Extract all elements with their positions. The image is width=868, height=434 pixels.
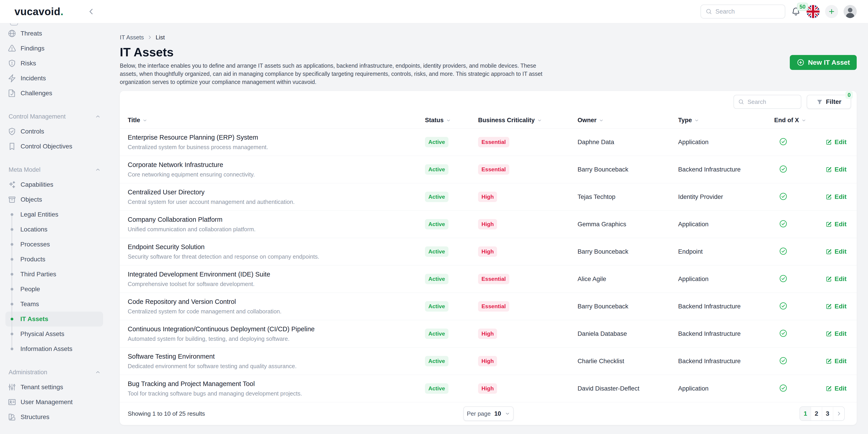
type-cell: Identity Provider	[678, 193, 774, 201]
chevron-down-icon	[694, 118, 699, 123]
criticality-cell: Essential	[478, 164, 578, 175]
chevron-down-icon	[537, 118, 542, 123]
edit-button[interactable]: Edit	[820, 139, 846, 146]
doc-check-icon	[7, 89, 17, 98]
breadcrumb: IT Assets List	[120, 33, 857, 41]
status-badge: Active	[425, 164, 448, 175]
edit-label: Edit	[835, 221, 846, 228]
next-page-button[interactable]	[833, 407, 844, 421]
nav-section-label: Meta Model	[8, 166, 40, 173]
column-header-type[interactable]: Type	[678, 117, 699, 124]
sidebar-item-findings[interactable]: Findings	[5, 41, 103, 56]
edit-button[interactable]: Edit	[820, 303, 846, 310]
column-label: End of X	[774, 117, 799, 124]
sidebar-collapse-icon[interactable]	[87, 7, 96, 16]
asset-subtitle: Unified communication and collaboration …	[128, 226, 425, 233]
filter-button[interactable]: Filter 0	[807, 95, 851, 109]
nav-section-meta-model[interactable]: Meta Model	[0, 162, 120, 177]
sidebar-item-challenges[interactable]: Challenges	[5, 86, 103, 101]
bullet-dot	[11, 213, 13, 216]
sidebar-item-label: Products	[20, 256, 45, 263]
sidebar-item-tenant-settings[interactable]: Tenant settings	[5, 380, 103, 395]
end-of-x-cell	[774, 301, 820, 311]
bullet-dot	[11, 273, 13, 276]
global-search-input[interactable]	[715, 8, 780, 15]
status-badge: Active	[425, 192, 448, 202]
column-header-business-criticality[interactable]: Business Criticality	[478, 117, 542, 124]
edit-button[interactable]: Edit	[820, 221, 846, 228]
end-of-x-cell	[774, 165, 820, 174]
sidebar-item-controls[interactable]: Controls	[5, 124, 103, 139]
header-cell: Business Criticality	[478, 117, 578, 124]
sidebar-item-products[interactable]: Products	[5, 252, 103, 267]
column-header-end-of-x[interactable]: End of X	[774, 117, 806, 124]
sidebar-item-processes[interactable]: Processes	[5, 237, 103, 252]
quick-add-button[interactable]	[825, 5, 838, 18]
asset-subtitle: Security software for threat detection a…	[128, 254, 425, 260]
sidebar-item-physical-assets[interactable]: Physical Assets	[5, 326, 103, 342]
chevron-up-icon	[95, 369, 101, 375]
main-content: IT Assets List IT Assets Below, the inte…	[120, 23, 868, 434]
title-cell: Enterprise Resource Planning (ERP) Syste…	[128, 134, 425, 150]
breadcrumb-root[interactable]: IT Assets	[120, 34, 144, 41]
asset-title: Company Collaboration Platform	[128, 216, 425, 223]
status-cell: Active	[425, 274, 478, 284]
chevron-up-icon	[95, 114, 101, 119]
type-cell: Application	[678, 276, 774, 283]
sidebar-item-locations[interactable]: Locations	[5, 222, 103, 237]
global-search[interactable]	[701, 4, 785, 19]
owner-cell: Barry Bounceback	[578, 248, 678, 255]
sidebar-item-control-objectives[interactable]: Control Objectives	[5, 139, 103, 154]
notifications-button[interactable]: 50	[791, 6, 801, 17]
edit-button[interactable]: Edit	[820, 248, 846, 255]
sidebar-item-it-assets[interactable]: IT Assets	[5, 312, 103, 326]
page-button-3[interactable]: 3	[822, 407, 833, 421]
nav-section-administration[interactable]: Administration	[0, 365, 120, 380]
table-search-input[interactable]	[747, 98, 797, 106]
sidebar-item-label: Incidents	[21, 75, 46, 82]
sidebar-item-people[interactable]: People	[5, 282, 103, 297]
edit-button[interactable]: Edit	[820, 276, 846, 283]
sidebar-item-incidents[interactable]: Incidents	[5, 71, 103, 86]
uk-flag-icon[interactable]	[807, 5, 819, 18]
table-search[interactable]	[734, 95, 801, 109]
circle-check-icon	[779, 356, 788, 365]
pencil-square-icon	[826, 248, 832, 255]
type-cell: Backend Infrastructure	[678, 330, 774, 337]
chevron-right-icon	[836, 411, 842, 416]
new-it-asset-button[interactable]: New IT Asset	[790, 55, 857, 70]
user-avatar[interactable]	[844, 5, 857, 18]
brand-logo[interactable]: vucavoid.	[14, 5, 64, 18]
bookmark-icon	[7, 142, 17, 151]
sidebar-item-threats[interactable]: Threats	[5, 26, 103, 41]
sidebar-item-structures[interactable]: Structures	[5, 410, 103, 425]
column-header-status[interactable]: Status	[425, 117, 451, 124]
sidebar-item-third-parties[interactable]: Third Parties	[5, 267, 103, 282]
edit-button[interactable]: Edit	[820, 166, 846, 173]
page-button-2[interactable]: 2	[811, 407, 822, 421]
page-button-1[interactable]: 1	[800, 407, 811, 421]
brand-name: vucavoid	[14, 6, 60, 18]
nav-section-control-management[interactable]: Control Management	[0, 109, 120, 124]
bullet-dot	[11, 258, 13, 261]
edit-button[interactable]: Edit	[820, 330, 846, 337]
edit-button[interactable]: Edit	[820, 193, 846, 201]
edit-button[interactable]: Edit	[820, 385, 846, 392]
table-row: Centralized User DirectoryCentral system…	[120, 183, 857, 211]
per-page-select[interactable]: Per page 10	[463, 406, 514, 421]
title-cell: Company Collaboration PlatformUnified co…	[128, 216, 425, 233]
sidebar-item-capabilities[interactable]: Capabilities	[5, 177, 103, 192]
header-cell: End of X	[774, 117, 820, 124]
sidebar-item-risks[interactable]: Risks	[5, 56, 103, 71]
edit-button[interactable]: Edit	[820, 357, 846, 365]
sidebar-item-information-assets[interactable]: Information Assets	[5, 342, 103, 356]
column-header-owner[interactable]: Owner	[578, 117, 604, 124]
sidebar-item-legal-entities[interactable]: Legal Entities	[5, 207, 103, 222]
column-header-title[interactable]: Title	[128, 117, 147, 124]
owner-cell: Daphne Data	[578, 139, 678, 146]
sidebar-item-teams[interactable]: Teams	[5, 297, 103, 312]
sidebar-item-objects[interactable]: Objects	[5, 192, 103, 207]
edit-label: Edit	[835, 303, 846, 310]
asset-title: Continuous Integration/Continuous Deploy…	[128, 325, 425, 333]
sidebar-item-user-management[interactable]: User Management	[5, 395, 103, 410]
